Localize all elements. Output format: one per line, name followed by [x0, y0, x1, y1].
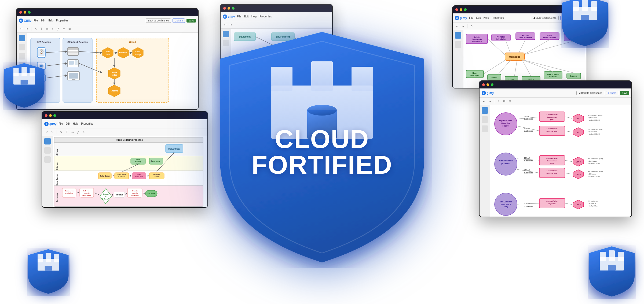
sidebar-search[interactable]	[19, 35, 25, 41]
menubar-main: g Gliffy File Edit Help Properties Back …	[17, 16, 198, 25]
svg-text:Gift 1: Gift 1	[576, 118, 581, 120]
text-icon[interactable]: T	[39, 27, 44, 31]
sidebar-bl-3[interactable]	[44, 156, 51, 163]
sidebar-shapes[interactable]	[19, 44, 25, 50]
max-tr	[464, 8, 467, 11]
svg-text:Referrals: Referrals	[549, 76, 557, 77]
table-r[interactable]: ⊟	[507, 99, 512, 104]
back-btn-tr[interactable]: ◀ Back to Confluence	[531, 16, 559, 20]
menu-edit[interactable]: Edit	[41, 19, 45, 22]
menu-file-tc[interactable]: File	[237, 15, 241, 18]
share-btn-r[interactable]: ⟨ Share	[606, 91, 619, 95]
svg-text:Send order: Send order	[117, 174, 126, 175]
svg-text:customers: customers	[524, 205, 533, 207]
sidebar-bl-1[interactable]	[44, 138, 51, 144]
cursor-tr[interactable]: ↖	[469, 24, 474, 29]
svg-text:Product: Product	[522, 35, 529, 36]
redo-r[interactable]: ↪	[487, 99, 492, 104]
sidebar-tr-2[interactable]	[455, 41, 461, 48]
min-tc	[228, 7, 230, 10]
svg-text:Loyal Customer: Loyal Customer	[499, 120, 513, 122]
undo-icon[interactable]: ↩	[19, 27, 24, 31]
sep-tr	[467, 24, 467, 28]
cursor-bl[interactable]: ↖	[59, 130, 64, 135]
redo-icon[interactable]: ↪	[24, 27, 29, 31]
svg-text:= budget $15,000: = budget $15,000	[588, 133, 601, 135]
menu-edit-tc[interactable]: Edit	[244, 15, 248, 18]
rect-bl[interactable]: ▭	[70, 130, 75, 135]
text-bl[interactable]: T	[64, 130, 69, 135]
svg-text:Newspaper: Newspaper	[470, 75, 480, 77]
svg-text:5% of: 5% of	[524, 116, 529, 117]
diagram-area-main: IoT Devices Standard Devices Cloud ⌚	[28, 33, 198, 109]
back-to-confluence-btn[interactable]: Back to Confluence	[146, 18, 171, 23]
sidebar-r-1[interactable]	[482, 107, 488, 114]
back-btn-r[interactable]: ◀ Back to Confluence	[576, 91, 604, 95]
menu-file-tr[interactable]: File	[469, 16, 473, 19]
svg-text:Account Value: Account Value	[546, 157, 558, 159]
sidebar-r-3[interactable]	[482, 125, 488, 132]
sidebar-bl-2[interactable]	[44, 147, 51, 154]
cursor-r[interactable]: ↖	[496, 99, 501, 104]
sidebar-tr-1[interactable]	[455, 32, 461, 39]
sidebar-connect[interactable]	[19, 53, 25, 60]
svg-line-221	[565, 173, 572, 174]
rect-icon[interactable]: ▭	[45, 27, 49, 31]
svg-text:Moni-: Moni-	[112, 71, 117, 73]
line-icon[interactable]: ╱	[56, 27, 61, 31]
grid-icon[interactable]: ⊞	[67, 27, 72, 31]
svg-text:Price: Price	[547, 35, 552, 36]
svg-line-124	[488, 39, 505, 55]
canvas-bl: Pizza Ordering Process Delivery Driver D…	[42, 136, 207, 207]
svg-text:Account Value: Account Value	[546, 200, 558, 202]
circle-icon[interactable]: ○	[50, 27, 55, 31]
grid-r[interactable]: ⊞	[502, 99, 507, 104]
menu-file-bl[interactable]: File	[58, 122, 63, 125]
undo-tr[interactable]: ↩	[455, 24, 460, 29]
svg-text:pizzeria: pizzeria	[132, 192, 138, 194]
svg-text:Drive to: Drive to	[132, 190, 138, 192]
menu-file[interactable]: File	[34, 19, 38, 22]
sidebar-tr	[453, 30, 463, 88]
svg-text:Marketing: Marketing	[509, 55, 521, 58]
cursor-icon[interactable]: ↖	[33, 27, 38, 31]
redo-bl[interactable]: ↪	[50, 130, 55, 135]
svg-text:for pickup: for pickup	[131, 194, 138, 196]
menu-properties-bl[interactable]: Properties	[81, 122, 93, 125]
menu-help-tr[interactable]: Help	[484, 16, 489, 19]
svg-text:Greater than: Greater than	[547, 116, 557, 118]
line-bl[interactable]: ╱	[76, 130, 80, 135]
save-btn-r[interactable]: Save	[620, 91, 629, 95]
menu-help[interactable]: Help	[48, 19, 53, 22]
save-btn-main[interactable]: Save	[186, 19, 196, 23]
shield-main: CLOUD FORTIFIED	[212, 27, 432, 268]
share-btn-main[interactable]: ⟨ Share	[173, 18, 185, 23]
svg-rect-253	[46, 253, 51, 262]
svg-rect-249	[30, 68, 35, 76]
menu-props-tr[interactable]: Properties	[492, 16, 504, 19]
svg-text:Decide you: Decide you	[65, 190, 74, 192]
svg-text:(More than: (More than	[501, 122, 510, 124]
menu-properties[interactable]: Properties	[56, 19, 68, 22]
svg-text:Delivery?: Delivery?	[103, 198, 109, 200]
redo-tr[interactable]: ↪	[460, 24, 465, 29]
svg-line-144	[484, 60, 505, 74]
menu-help-bl[interactable]: Help	[73, 122, 79, 125]
corner-shield-bottom-left	[27, 248, 70, 296]
svg-text:400 customers qualify: 400 customers qualify	[588, 171, 603, 172]
menu-props-tc[interactable]: Properties	[259, 15, 272, 18]
undo-bl[interactable]: ↩	[44, 130, 49, 135]
svg-rect-259	[618, 252, 624, 261]
menu-edit-tr[interactable]: Edit	[476, 16, 481, 19]
menu-help-tc[interactable]: Help	[251, 15, 257, 18]
menu-tc: File Edit Help Properties	[237, 15, 272, 18]
svg-text:Gift 3: Gift 3	[576, 161, 581, 163]
sidebar-r-2[interactable]	[482, 116, 488, 123]
max-r	[491, 83, 493, 86]
pen-bl[interactable]: ✏	[81, 130, 86, 135]
svg-text:150 customers qualify: 150 customers qualify	[588, 128, 603, 130]
undo-r[interactable]: ↩	[482, 99, 486, 104]
pen-icon[interactable]: ✏	[61, 27, 66, 31]
menu-edit-bl[interactable]: Edit	[65, 122, 70, 125]
menu-items-bl: File Edit Help Properties	[58, 122, 93, 125]
